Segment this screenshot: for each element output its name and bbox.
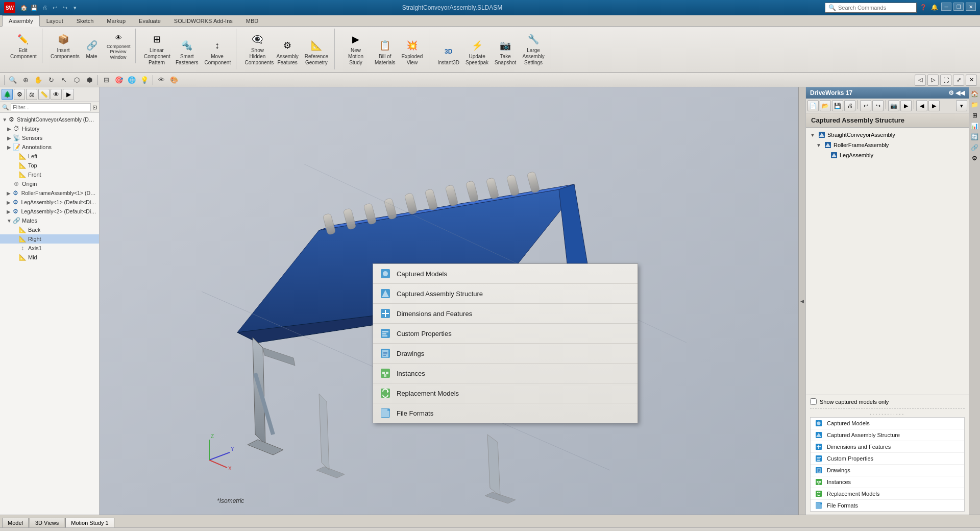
tab-solidworks-addins[interactable]: SOLIDWORKS Add-Ins bbox=[167, 15, 239, 26]
display-manager-btn[interactable]: 👁 bbox=[51, 89, 62, 100]
exploded-view-button[interactable]: 💥 ExplodedView bbox=[400, 36, 425, 67]
tab-model[interactable]: Model bbox=[2, 518, 29, 527]
dw-save-btn[interactable]: 💾 bbox=[832, 100, 843, 111]
zoom-to-fit-btn[interactable]: 🔍 bbox=[7, 75, 18, 86]
ctx-custom-properties[interactable]: Custom Properties bbox=[373, 324, 638, 344]
leg-assembly2-expand[interactable]: ▶ bbox=[6, 208, 11, 214]
axis1-item[interactable]: ▶ ↕ Axis1 bbox=[0, 244, 99, 253]
expand-btn[interactable]: ⛶ bbox=[940, 75, 951, 86]
dw-preview-btn[interactable]: ▶ bbox=[900, 100, 912, 111]
annotations-item[interactable]: ▶ 📝 Annotations bbox=[0, 142, 99, 152]
rotate-btn[interactable]: ↻ bbox=[45, 75, 57, 86]
next-view-btn[interactable]: ▷ bbox=[927, 75, 939, 86]
help-icon[interactable]: ❓ bbox=[919, 3, 928, 12]
assembly-root-expand[interactable]: ▼ bbox=[2, 116, 7, 123]
assembly-features-button[interactable]: ⚙ AssemblyFeatures bbox=[274, 36, 300, 67]
appearance-btn[interactable]: 🎨 bbox=[168, 75, 180, 86]
ctx-dimensions-features[interactable]: Dimensions and Features bbox=[373, 304, 638, 324]
view-orientation-btn[interactable]: 🎯 bbox=[113, 75, 125, 86]
dw-refresh-icon[interactable]: 🔄 bbox=[970, 132, 979, 141]
select-btn[interactable]: ↖ bbox=[58, 75, 69, 86]
leg-assembly1-expand[interactable]: ▶ bbox=[6, 199, 11, 205]
back-item[interactable]: ▶ 📐 Back bbox=[0, 225, 99, 234]
feature-manager-btn[interactable]: 🌲 bbox=[2, 89, 13, 100]
config-manager-btn[interactable]: ⚖ bbox=[26, 89, 37, 100]
tab-evaluate[interactable]: Evaluate bbox=[132, 15, 167, 26]
linear-component-pattern-button[interactable]: ⊞ Linear ComponentPattern bbox=[142, 30, 172, 67]
ctx-instances[interactable]: Instances bbox=[373, 364, 638, 383]
dw-list-captured-models[interactable]: Captured Models bbox=[811, 418, 964, 429]
prev-view-btn[interactable]: ◁ bbox=[915, 75, 926, 86]
dw-tree-roller-frame[interactable]: ▼ RollerFrameAssembly bbox=[808, 140, 967, 150]
tab-assembly[interactable]: Assembly bbox=[2, 15, 40, 27]
tab-motion-study[interactable]: Motion Study 1 bbox=[65, 518, 114, 527]
dw-undo-btn[interactable]: ↩ bbox=[860, 100, 871, 111]
dw-expand-roller[interactable]: ▼ bbox=[816, 142, 822, 148]
bill-of-materials-button[interactable]: 📋 Bill ofMaterials bbox=[373, 36, 398, 67]
home-icon[interactable]: 🏠 bbox=[19, 3, 29, 12]
property-manager-btn[interactable]: ⚙ bbox=[14, 89, 25, 100]
front-item[interactable]: ▶ 📐 Front bbox=[0, 170, 99, 179]
right-item[interactable]: ▶ 📐 Right bbox=[0, 234, 99, 244]
sensors-item[interactable]: ▶ 📡 Sensors bbox=[0, 133, 99, 142]
roller-frame-expand[interactable]: ▶ bbox=[6, 190, 12, 196]
hide-show-btn[interactable]: 👁 bbox=[156, 75, 167, 86]
undo-icon[interactable]: ↩ bbox=[50, 3, 59, 12]
collapse-all-icon[interactable]: ⊡ bbox=[92, 104, 97, 111]
save-icon[interactable]: 💾 bbox=[30, 3, 39, 12]
history-item[interactable]: ▶ ⏱ History bbox=[0, 124, 99, 133]
collapse-right-panel-btn[interactable]: ◀ bbox=[798, 87, 805, 515]
dw-home-icon[interactable]: 🏠 bbox=[970, 89, 979, 99]
dw-tree-leg-assembly[interactable]: ▶ LegAssembly bbox=[808, 150, 967, 160]
section-view-btn[interactable]: ⊟ bbox=[101, 75, 112, 86]
take-snapshot-button[interactable]: 📷 TakeSnapshot bbox=[493, 36, 518, 67]
print-icon[interactable]: 🖨 bbox=[40, 3, 49, 12]
zoom-in-btn[interactable]: ⊕ bbox=[20, 75, 31, 86]
dw-list-drawings[interactable]: Drawings bbox=[811, 465, 964, 476]
dw-collapse-icon[interactable]: ◀◀ bbox=[955, 89, 965, 96]
dw-chart-icon[interactable]: 📊 bbox=[970, 122, 979, 131]
ctx-captured-assembly-structure[interactable]: Captured Assembly Structure bbox=[373, 284, 638, 304]
dw-list-instances[interactable]: Instances bbox=[811, 476, 964, 488]
dw-link-icon[interactable]: 🔗 bbox=[970, 143, 979, 152]
show-hidden-components-button[interactable]: 👁‍🗨 ShowHiddenComponents bbox=[242, 30, 272, 67]
component-preview-button[interactable]: 👁 ComponentPreviewWindow bbox=[105, 31, 131, 61]
show-captured-checkbox[interactable] bbox=[810, 398, 817, 405]
history-expand[interactable]: ▶ bbox=[6, 126, 12, 132]
mates-expand[interactable]: ▼ bbox=[6, 218, 12, 224]
search-bar[interactable]: 🔍 bbox=[825, 3, 917, 13]
dw-folder-icon[interactable]: 📁 bbox=[970, 100, 979, 109]
options-icon[interactable]: ▾ bbox=[70, 3, 80, 12]
edit-component-button[interactable]: ✏️ EditComponent bbox=[8, 30, 38, 61]
ctx-file-formats[interactable]: File Formats bbox=[373, 403, 638, 423]
new-motion-study-button[interactable]: ▶ New MotionStudy bbox=[341, 30, 371, 67]
scene-btn[interactable]: 🌐 bbox=[126, 75, 137, 86]
smart-fasteners-button[interactable]: 🔩 SmartFasteners bbox=[174, 36, 200, 67]
sensors-expand[interactable]: ▶ bbox=[6, 135, 12, 141]
render-btn[interactable]: ⬢ bbox=[84, 75, 95, 86]
instant3d-button[interactable]: 3D Instant3D bbox=[435, 42, 461, 67]
dw-list-replacement[interactable]: Replacement Models bbox=[811, 488, 964, 500]
dw-tree-straight-conveyor[interactable]: ▼ StraightConveyorAssembly bbox=[808, 130, 967, 140]
viewport[interactable]: Y X Z *Isometric Captured Models bbox=[100, 87, 798, 515]
dw-list-custom-properties[interactable]: Custom Properties bbox=[811, 453, 964, 465]
update-speedpak-button[interactable]: ⚡ UpdateSpeedpak bbox=[463, 36, 491, 67]
mate-button[interactable]: 🔗 Mate bbox=[80, 36, 103, 61]
ctx-captured-models[interactable]: Captured Models bbox=[373, 264, 638, 284]
lights-btn[interactable]: 💡 bbox=[139, 75, 150, 86]
leg-assembly1-item[interactable]: ▶ ⚙ LegAssembly<1> (Default<Display S bbox=[0, 198, 99, 207]
redo-icon[interactable]: ↪ bbox=[60, 3, 69, 12]
dw-new-btn[interactable]: 📄 bbox=[807, 100, 819, 111]
dw-capture-btn[interactable]: 📷 bbox=[888, 100, 899, 111]
leg-assembly2-item[interactable]: ▶ ⚙ LegAssembly<2> (Default<Display S bbox=[0, 207, 99, 216]
roller-frame-item[interactable]: ▶ ⚙ RollerFrameAssembly<1> (Default< bbox=[0, 188, 99, 198]
search-input[interactable] bbox=[838, 5, 910, 11]
large-assembly-settings-button[interactable]: 🔧 LargeAssemblySettings bbox=[520, 30, 546, 67]
assembly-root-item[interactable]: ▼ ⚙ StraightConveyorAssembly (Default<Di bbox=[0, 115, 99, 124]
notifications-icon[interactable]: 🔔 bbox=[930, 3, 939, 12]
reference-geometry-button[interactable]: 📐 ReferenceGeometry bbox=[303, 36, 330, 67]
left-item[interactable]: ▶ 📐 Left bbox=[0, 152, 99, 161]
move-component-button[interactable]: ↕ MoveComponent bbox=[202, 36, 232, 67]
dw-grid-icon[interactable]: ⊞ bbox=[970, 111, 979, 120]
origin-item[interactable]: ▶ ⊕ Origin bbox=[0, 179, 99, 188]
